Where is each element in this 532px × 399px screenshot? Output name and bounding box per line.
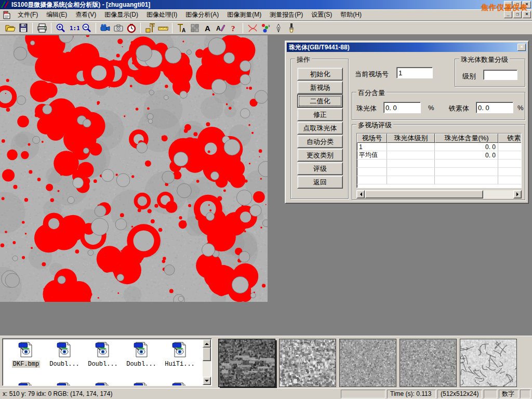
bmp-file-icon [17, 381, 35, 386]
help-icon[interactable]: ? [227, 22, 240, 34]
file-item-partial[interactable] [85, 381, 121, 386]
scroll-right-icon[interactable] [513, 190, 522, 198]
file-list-scrollbar[interactable] [203, 339, 211, 385]
file-item-partial[interactable] [46, 381, 83, 386]
dialog-close-icon[interactable]: × [517, 44, 526, 51]
file-item-doubl[interactable]: Doubl... [46, 341, 83, 368]
minimize-button[interactable]: _ [504, 1, 512, 8]
file-item-partial[interactable] [8, 381, 44, 386]
title-bar: IS100显微摄像系统(金相分析版) - [zhuguangti01] _ ❐ … [0, 0, 532, 9]
file-item-doubl[interactable]: Doubl... [85, 341, 121, 368]
status-time: Time (s): 0.113 [387, 390, 436, 398]
scroll-left-icon[interactable] [356, 190, 365, 198]
table-row[interactable]: 10. 0 [357, 143, 521, 151]
actual-size-icon[interactable]: 1:1 [67, 22, 80, 34]
table-header-cell[interactable]: 铁素体含量(%) [498, 134, 522, 143]
thumbnail-1[interactable] [218, 339, 275, 387]
camera-icon[interactable] [112, 22, 125, 34]
document-icon: DOC [0, 11, 14, 19]
table-header-cell[interactable]: 珠光体级别 [387, 134, 435, 143]
file-item-partial[interactable] [162, 381, 198, 386]
child-restore-button[interactable]: ❐ [513, 11, 522, 18]
table-header-cell[interactable]: 珠光体含量(%) [435, 134, 498, 143]
close-button[interactable]: × [523, 1, 531, 8]
op-button-4[interactable]: 修正 [297, 108, 343, 121]
caliper-icon[interactable] [143, 22, 156, 34]
thumbnail-5[interactable] [460, 339, 517, 387]
op-button-1[interactable]: 初始化 [297, 68, 343, 81]
op-button-2[interactable]: 新视场 [297, 81, 343, 94]
status-image-size: (512x512x24) [437, 390, 482, 398]
menu-bar: DOC 文件(F) 编辑(E) 查看(V) 图像显示(D) 图像处理(I) 图像… [0, 9, 532, 21]
child-close-button[interactable]: × [523, 11, 531, 18]
menu-report[interactable]: 测量报告(P) [265, 9, 307, 21]
toolbar-separator [32, 23, 33, 33]
op-button-6[interactable]: 自动分类 [297, 135, 343, 148]
table-cell [498, 151, 522, 159]
table-horizontal-scrollbar[interactable] [356, 190, 522, 198]
video-camera-icon[interactable] [99, 22, 112, 34]
annotate-icon[interactable]: A [214, 22, 227, 34]
open-icon[interactable] [4, 22, 17, 34]
workspace: 珠光体(GB/T9441-88) × 操作 初始化新视场二值化修正点取珠光体自动… [0, 35, 532, 336]
menu-image-processing[interactable]: 图像处理(I) [142, 9, 181, 21]
count-points-icon[interactable]: 3 [259, 22, 272, 34]
svg-text:1:1: 1:1 [70, 25, 79, 32]
grid-icon[interactable] [188, 22, 201, 34]
scrollbar-thumb[interactable] [365, 190, 483, 198]
file-list[interactable]: DKF.bmp Doubl... Doubl... Doubl... [2, 338, 212, 386]
op-button-3[interactable]: 二值化 [297, 95, 343, 108]
scroll-down-icon[interactable] [203, 377, 211, 385]
measure-text-icon[interactable]: A [175, 22, 188, 34]
menu-file[interactable]: 文件(F) [14, 9, 42, 21]
menu-settings[interactable]: 设置(S) [307, 9, 336, 21]
pearlite-percent-input[interactable] [383, 102, 421, 113]
status-panel-1 [341, 390, 385, 398]
pen-icon[interactable] [272, 22, 285, 34]
table-row[interactable] [357, 159, 521, 168]
file-item-huiti[interactable]: HuiTi... [162, 341, 198, 368]
file-scrollbar-thumb[interactable] [203, 348, 211, 361]
level-input[interactable] [483, 70, 517, 80]
menu-image-measure[interactable]: 图像测量(M) [223, 9, 265, 21]
table-row[interactable] [357, 168, 521, 176]
op-button-7[interactable]: 更改类别 [297, 149, 343, 162]
dialog-title-bar[interactable]: 珠光体(GB/T9441-88) × [287, 43, 527, 52]
current-field-input[interactable] [396, 67, 433, 78]
multifield-table[interactable]: 视场号珠光体级别珠光体含量(%)铁素体含量(%)10. 0平均值0. 0 [356, 133, 522, 188]
operation-group: 操作 初始化新视场二值化修正点取珠光体自动分类更改类别评级返回 [290, 59, 349, 199]
save-icon[interactable] [17, 22, 30, 34]
timer-icon[interactable] [125, 22, 138, 34]
menu-image-display[interactable]: 图像显示(D) [100, 9, 142, 21]
table-row[interactable] [357, 176, 521, 184]
metallographic-image-binarized[interactable] [0, 35, 268, 302]
maximize-button[interactable]: ❐ [513, 1, 522, 8]
table-cell [387, 143, 435, 151]
thumbnail-2[interactable] [279, 339, 336, 387]
thumbnail-3[interactable] [339, 339, 396, 387]
scroll-up-icon[interactable] [203, 339, 211, 348]
file-item-partial[interactable] [123, 381, 159, 386]
brush-icon[interactable] [285, 22, 298, 34]
menu-view[interactable]: 查看(V) [71, 9, 100, 21]
zoom-in-icon[interactable] [54, 22, 67, 34]
ruler-icon[interactable] [156, 22, 169, 34]
zoom-out-icon[interactable] [80, 22, 93, 34]
file-item-doubl[interactable]: Doubl... [123, 341, 159, 368]
table-header-cell[interactable]: 视场号 [357, 134, 387, 143]
thumbnail-4[interactable] [400, 339, 457, 387]
toolbar: 1:1AAA?3 [0, 21, 532, 35]
menu-help[interactable]: 帮助(H) [336, 9, 366, 21]
child-minimize-button[interactable]: _ [504, 11, 512, 18]
menu-image-analysis[interactable]: 图像分析(A) [181, 9, 223, 21]
file-item-dkfbmp[interactable]: DKF.bmp [8, 341, 44, 368]
ferrite-percent-input[interactable] [476, 102, 513, 113]
menu-edit[interactable]: 编辑(E) [42, 9, 71, 21]
table-row[interactable]: 平均值0. 0 [357, 151, 521, 159]
print-icon[interactable] [35, 22, 48, 34]
text-icon[interactable]: A [201, 22, 214, 34]
op-button-8[interactable]: 评级 [297, 162, 343, 175]
curve-icon[interactable] [246, 22, 259, 34]
op-button-5[interactable]: 点取珠光体 [297, 122, 343, 135]
op-button-9[interactable]: 返回 [297, 176, 343, 189]
